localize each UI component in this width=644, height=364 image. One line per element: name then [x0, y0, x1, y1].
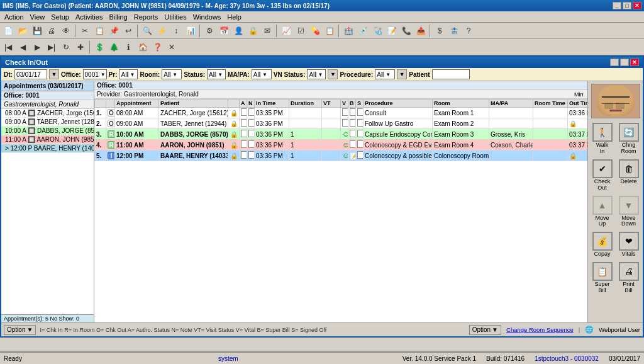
checkin-maximize[interactable]: □ [620, 59, 629, 66]
table-row[interactable]: 5. I 12:00 PM BAARE, HENRY (14033) 🔒 03:… [95, 151, 588, 161]
move-up-button[interactable]: ▲ Move Up [590, 195, 615, 229]
tb-checklist[interactable]: ☑ [294, 24, 308, 38]
tb-paste[interactable]: 📌 [107, 24, 121, 38]
status-combo[interactable]: All ▼ [207, 69, 226, 79]
row5-s-checkbox[interactable] [357, 151, 364, 159]
row2-v-checkbox[interactable] [342, 119, 348, 127]
menu-windows[interactable]: Windows [190, 13, 225, 21]
row2-icon[interactable]: 🔒 [230, 120, 238, 127]
menu-help[interactable]: Help [224, 13, 245, 21]
left-appt-4[interactable]: > 12:00 P BAARE, HENRY (14033) [1, 144, 94, 153]
col-s[interactable]: S [356, 100, 364, 108]
row1-v-checkbox[interactable] [342, 108, 348, 116]
tb2-tree[interactable]: 🌲 [107, 40, 121, 54]
option-button-right[interactable]: Option ▼ [469, 325, 501, 335]
vitals-button[interactable]: ❤ Vitals [616, 230, 641, 259]
change-room-link[interactable]: Change Room Sequence [506, 326, 574, 333]
menu-action[interactable]: Action [1, 13, 27, 21]
tb-filter[interactable]: ⚡ [155, 24, 169, 38]
row1-n-checkbox[interactable] [248, 108, 255, 116]
row5-icon[interactable]: 🔒 [230, 152, 238, 159]
close-button[interactable]: ✕ [633, 2, 641, 9]
tb-settings[interactable]: ⚙ [203, 24, 216, 38]
row2-out-icon[interactable]: 🔒 [569, 120, 577, 127]
tb-cut[interactable]: ✂ [78, 24, 92, 38]
row5-v-smiley[interactable]: ☺ [342, 151, 348, 160]
minimize-button[interactable]: _ [613, 2, 621, 9]
tb-misc2[interactable]: 💉 [356, 24, 370, 38]
tb-orders[interactable]: 📋 [323, 24, 336, 38]
tb-misc4[interactable]: 📝 [385, 24, 399, 38]
row1-icon[interactable]: 🔒 [230, 110, 238, 117]
menu-view[interactable]: View [27, 13, 48, 21]
table-row[interactable]: 3. R 10:00 AM DABBS, JORGE (8570) 🔒 03:3… [95, 129, 588, 140]
menu-reports[interactable]: Reports [131, 13, 162, 21]
row1-s-checkbox[interactable] [357, 108, 364, 116]
option-button-left[interactable]: Option ▼ [4, 325, 36, 335]
maximize-button[interactable]: □ [623, 2, 631, 9]
tb-email[interactable]: ✉ [260, 24, 274, 38]
row2-b-checkbox[interactable] [350, 119, 356, 127]
tb-calendar[interactable]: 📅 [217, 24, 231, 38]
row2-a-checkbox[interactable] [241, 119, 247, 127]
copay-button[interactable]: 💰 Copay [590, 230, 615, 259]
move-down-button[interactable]: ▼ Move Down [616, 195, 641, 229]
row4-b-checkbox[interactable] [350, 140, 356, 148]
tb2-info[interactable]: ℹ [121, 40, 135, 54]
row5-out-icon[interactable]: 🔒 [569, 152, 577, 159]
procedure-filter-btn[interactable]: ▼ [397, 69, 407, 79]
col-vt[interactable]: VT [322, 100, 341, 108]
row3-s-checkbox[interactable] [357, 130, 364, 137]
row3-n-checkbox[interactable] [248, 130, 255, 137]
row2-s-checkbox[interactable] [357, 119, 364, 127]
tb-chart[interactable]: 📈 [279, 24, 293, 38]
delete-button[interactable]: 🗑 Delete [616, 158, 641, 193]
tb-preview[interactable]: 👁 [59, 24, 73, 38]
row3-v-smiley[interactable]: ☺ [342, 130, 348, 139]
super-bill-button[interactable]: 📋 Super Bill [590, 261, 615, 295]
tb2-first[interactable]: |◀ [1, 40, 15, 54]
row3-icon[interactable]: 🔒 [230, 131, 238, 138]
tb-misc1[interactable]: 🏥 [341, 24, 355, 38]
tb-lock[interactable]: 🔒 [246, 24, 260, 38]
col-patient[interactable]: Patient [159, 100, 228, 108]
tb2-next[interactable]: ▶ [30, 40, 44, 54]
tb-sort[interactable]: ↕ [169, 24, 183, 38]
tb-misc3[interactable]: 🩺 [370, 24, 384, 38]
tb2-help2[interactable]: ❓ [150, 40, 164, 54]
row4-n-checkbox[interactable] [248, 140, 255, 148]
vn-status-combo[interactable]: All ▼ [307, 69, 326, 79]
tb-misc5[interactable]: 📞 [399, 24, 413, 38]
menu-utilities[interactable]: Utilities [161, 13, 189, 21]
row4-s-checkbox[interactable] [357, 140, 364, 148]
mapa-combo[interactable]: All ▼ [252, 69, 272, 79]
row5-b-icon[interactable]: 📝 [350, 152, 356, 159]
tb-help[interactable]: ? [462, 24, 475, 38]
tb-insurance[interactable]: 🏦 [447, 24, 461, 38]
table-row[interactable]: 2. O 09:00 AM TABER, Jennet (12944) 🔒 03… [95, 118, 588, 129]
table-row[interactable]: 1. O 08:00 AM ZACHER, Jorge (15612) 🔒 03… [95, 108, 588, 118]
left-appt-2[interactable]: 10:00 A 🔲 DABBS, JORGE (8570... [1, 127, 94, 135]
pr-combo[interactable]: All ▼ [119, 69, 138, 79]
row4-icon[interactable]: 🔒 [230, 142, 238, 149]
left-appt-3[interactable]: 11:00 A 🔲 AARON, JOHN (9851) [1, 135, 94, 144]
menu-setup[interactable]: Setup [48, 13, 72, 21]
table-row[interactable]: 4. R 11:00 AM AARON, JOHN (9851) 🔒 03:36… [95, 140, 588, 151]
row3-b-checkbox[interactable] [350, 130, 356, 137]
col-roomtime[interactable]: Room Time [533, 100, 568, 108]
row5-a-checkbox[interactable] [241, 151, 247, 159]
tb-open[interactable]: 📂 [16, 24, 30, 38]
walk-in-button[interactable]: 🚶 Walk In [590, 122, 615, 156]
row4-a-checkbox[interactable] [241, 140, 247, 148]
checkin-minimize[interactable]: _ [610, 59, 619, 66]
dt-calendar-btn[interactable]: ▼ [49, 69, 59, 79]
col-b[interactable]: B [348, 100, 356, 108]
tb-copy[interactable]: 📋 [92, 24, 106, 38]
col-a[interactable]: A [240, 100, 247, 108]
menu-activities[interactable]: Activities [72, 13, 106, 21]
tb-misc6[interactable]: 📤 [414, 24, 428, 38]
tb-save[interactable]: 💾 [30, 24, 44, 38]
col-mapa[interactable]: MA/PA [489, 100, 533, 108]
tb-rx[interactable]: 💊 [308, 24, 322, 38]
left-appt-1[interactable]: 09:00 A 🔲 TABER, Jennet (1284... [1, 118, 94, 127]
